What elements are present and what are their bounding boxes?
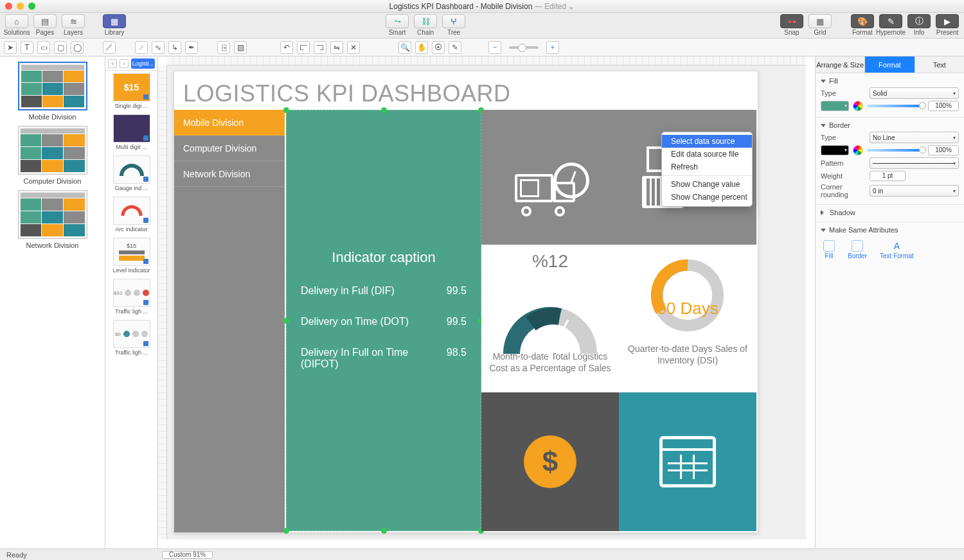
menu-item-show-change-percent[interactable]: Show Change percent	[662, 191, 752, 204]
actual-size-tool[interactable]: ⦿	[432, 41, 445, 54]
weight-label: Weight	[821, 172, 866, 180]
section-header[interactable]: Make Same Attributes	[821, 226, 959, 234]
lib-fwd-button[interactable]: ›	[120, 59, 129, 68]
distribute-tool[interactable]: ⫎	[314, 41, 326, 54]
pattern-select[interactable]: ▾	[870, 157, 959, 169]
ruler-horizontal[interactable]	[167, 57, 806, 66]
make-same-border[interactable]: Border	[848, 240, 867, 259]
selection-handle[interactable]	[283, 107, 289, 113]
library-button[interactable]: ▦Library	[102, 14, 127, 36]
rect-tool[interactable]: ▭	[37, 41, 50, 54]
zoom-out-tool[interactable]: －	[488, 41, 501, 54]
pan-tool[interactable]: ✋	[415, 41, 428, 54]
align-tool[interactable]: ⫍	[297, 41, 310, 54]
tab-arrange[interactable]: Arrange & Size	[816, 57, 865, 73]
zoom-in-tool[interactable]: ＋	[546, 41, 559, 54]
fill-tool[interactable]: ▧	[234, 41, 247, 54]
border-opacity-value[interactable]: 100%	[928, 145, 959, 155]
tile-coin[interactable]: $	[481, 392, 619, 531]
flip-tool[interactable]: ⇋	[330, 41, 343, 54]
menu-item-show-change-value[interactable]: Show Change value	[662, 178, 752, 191]
selection-handle[interactable]	[381, 528, 387, 534]
nav-item[interactable]: Network Division	[174, 161, 285, 187]
chain-connector-button[interactable]: ⛓Chain	[413, 14, 438, 36]
text-tool[interactable]: T	[21, 41, 33, 54]
fill-color-swatch[interactable]: ▾	[821, 101, 849, 111]
rotate-left-tool[interactable]: ↶	[280, 41, 293, 54]
smart-connector-button[interactable]: ⤳Smart	[384, 14, 410, 36]
ruler-vertical[interactable]	[158, 66, 167, 539]
library-item[interactable]: $15Level indicator	[107, 238, 156, 274]
library-item[interactable]: Gauge ind ...	[107, 155, 156, 191]
selection-handle[interactable]	[381, 107, 387, 113]
tab-text[interactable]: Text	[915, 57, 964, 73]
gauge-value: %12	[532, 251, 568, 272]
format-button[interactable]: 🎨Format	[850, 14, 875, 36]
lock-tool[interactable]: ✕	[347, 41, 360, 54]
eyedropper-tool[interactable]: ✎	[449, 41, 461, 54]
library-item[interactable]: Arc indicator	[107, 197, 156, 232]
nav-item[interactable]: Mobile Division	[174, 110, 285, 136]
note-icon: ✎	[888, 17, 895, 26]
page-name: Mobile Division	[3, 113, 102, 121]
spline-tool[interactable]: ∿	[152, 41, 165, 54]
present-button[interactable]: ▶Present	[934, 14, 960, 36]
hypernote-button[interactable]: ✎Hypernote	[878, 14, 904, 36]
zoom-fit-tool[interactable]: 🔍	[398, 41, 411, 54]
zoom-slider[interactable]	[509, 46, 539, 49]
selection-handle[interactable]	[283, 318, 289, 324]
lib-back-button[interactable]: ‹	[108, 59, 117, 68]
nav-item[interactable]: Computer Division	[174, 136, 285, 161]
menu-item-refresh[interactable]: Refresh	[662, 161, 752, 173]
tile-calendar[interactable]	[619, 392, 756, 531]
stamp-tool[interactable]: ⍈	[217, 41, 230, 54]
grid-button[interactable]: ▦Grid	[807, 14, 833, 36]
make-same-text[interactable]: AText Format	[880, 240, 914, 259]
library-item[interactable]: $9Traffic ligh ...	[107, 320, 156, 356]
library-item[interactable]: Multi digit ...	[107, 114, 156, 150]
page-thumb-2[interactable]: Computer Division	[3, 126, 102, 185]
tile-gauge-dsi[interactable]: 60 Days Quarter-to-date Days Sales of In…	[619, 245, 756, 392]
corner-select[interactable]: 0 in▾	[870, 185, 959, 197]
make-same-fill[interactable]: Fill	[823, 240, 835, 259]
pages-button[interactable]: ▤Pages	[32, 14, 58, 36]
selection-handle[interactable]	[283, 528, 289, 534]
tile-truck[interactable]	[481, 110, 619, 245]
snap-button[interactable]: ⊶Snap	[779, 14, 805, 36]
page-thumb-3[interactable]: Network Division	[3, 190, 102, 249]
section-header[interactable]: Fill	[821, 77, 959, 85]
solutions-button[interactable]: ⌂Solutions	[4, 14, 30, 36]
menu-item-select-data-source[interactable]: Select data source	[662, 135, 752, 148]
fill-opacity-value[interactable]: 100%	[928, 101, 959, 111]
weight-input[interactable]: 1 pt	[870, 171, 906, 181]
ellipse-tool[interactable]: ◯	[71, 41, 84, 54]
section-header[interactable]: Shadow	[821, 209, 959, 216]
border-type-select[interactable]: No Line▾	[870, 132, 959, 143]
color-wheel-button[interactable]	[853, 145, 863, 155]
border-opacity-slider[interactable]	[867, 149, 924, 152]
tree-connector-button[interactable]: ⵖTree	[441, 14, 467, 36]
menu-item-edit-data-source[interactable]: Edit data source file	[662, 148, 752, 161]
color-wheel-button[interactable]	[853, 101, 863, 111]
library-selector[interactable]: Logisti...	[131, 58, 155, 69]
connector-tool[interactable]: ↳	[168, 41, 181, 54]
tab-format[interactable]: Format	[865, 57, 915, 73]
pointer-tool[interactable]: ➤	[4, 41, 17, 54]
page-thumb-1[interactable]: Mobile Division	[3, 62, 102, 121]
fill-type-select[interactable]: Solid▾	[870, 87, 959, 99]
workspace: Mobile Division Computer Division Networ…	[0, 57, 964, 548]
line-tool[interactable]: ／	[103, 41, 116, 54]
roundrect-tool[interactable]: ▢	[54, 41, 67, 54]
info-button[interactable]: ⓘInfo	[906, 14, 932, 36]
section-header[interactable]: Border	[821, 121, 959, 129]
pen-tool[interactable]: ✒	[185, 41, 198, 54]
library-item[interactable]: $15Single digi ...	[107, 73, 156, 109]
layers-button[interactable]: ≋Layers	[60, 14, 86, 36]
arc-tool[interactable]: ⟋	[135, 41, 148, 54]
tile-gauge-cost[interactable]: %12 Month-to-date Total Logistics Cost a…	[481, 245, 619, 392]
library-item[interactable]: $93Traffic ligh ...	[107, 279, 156, 315]
indicator-panel-selected[interactable]: Indicator caption Delivery in Full (DIF)…	[286, 110, 481, 531]
border-color-swatch[interactable]: ▾	[821, 145, 849, 155]
zoom-indicator[interactable]: Custom 91%	[162, 551, 213, 559]
fill-opacity-slider[interactable]	[867, 105, 924, 107]
